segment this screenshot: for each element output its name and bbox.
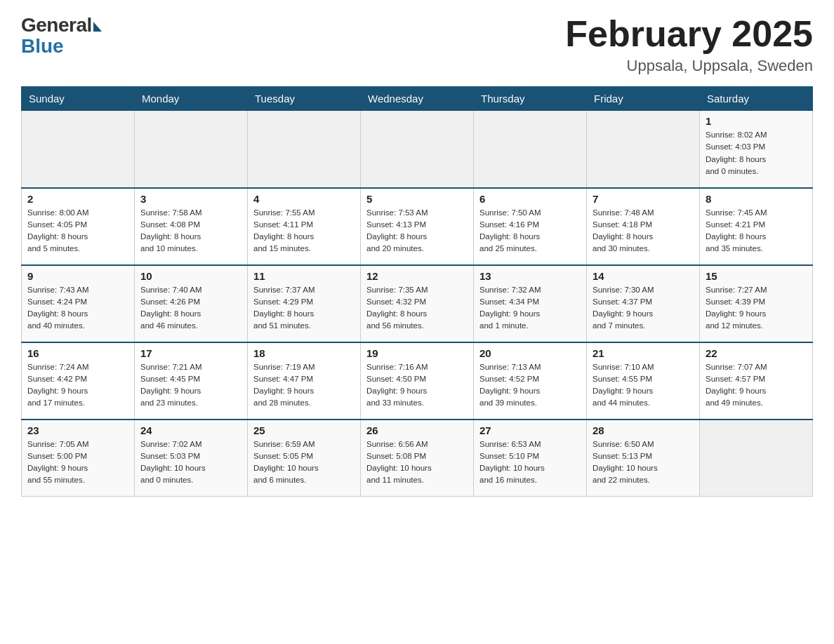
calendar-cell: 14Sunrise: 7:30 AMSunset: 4:37 PMDayligh… (587, 265, 700, 342)
day-info: Sunrise: 6:56 AMSunset: 5:08 PMDaylight:… (366, 438, 468, 487)
calendar-week-row: 16Sunrise: 7:24 AMSunset: 4:42 PMDayligh… (22, 342, 813, 420)
logo-arrow-icon (93, 22, 102, 32)
month-title: February 2025 (565, 14, 813, 54)
day-info: Sunrise: 7:19 AMSunset: 4:47 PMDaylight:… (253, 361, 355, 410)
day-info: Sunrise: 7:30 AMSunset: 4:37 PMDaylight:… (593, 284, 694, 333)
calendar-cell: 4Sunrise: 7:55 AMSunset: 4:11 PMDaylight… (248, 188, 361, 265)
weekday-header-wednesday: Wednesday (361, 87, 474, 111)
calendar-cell: 9Sunrise: 7:43 AMSunset: 4:24 PMDaylight… (22, 265, 135, 342)
weekday-header-monday: Monday (135, 87, 248, 111)
calendar-cell: 20Sunrise: 7:13 AMSunset: 4:52 PMDayligh… (474, 342, 587, 420)
logo-blue-text: Blue (21, 35, 64, 58)
day-number: 24 (140, 424, 241, 436)
calendar-cell: 27Sunrise: 6:53 AMSunset: 5:10 PMDayligh… (474, 420, 587, 497)
page-header: General Blue February 2025 Uppsala, Upps… (21, 14, 813, 75)
day-info: Sunrise: 7:40 AMSunset: 4:26 PMDaylight:… (140, 284, 241, 333)
calendar-cell: 2Sunrise: 8:00 AMSunset: 4:05 PMDaylight… (22, 188, 135, 265)
calendar-cell (248, 111, 361, 188)
day-info: Sunrise: 8:00 AMSunset: 4:05 PMDaylight:… (27, 207, 128, 255)
day-info: Sunrise: 7:32 AMSunset: 4:34 PMDaylight:… (479, 284, 581, 333)
day-info: Sunrise: 7:27 AMSunset: 4:39 PMDaylight:… (706, 284, 807, 333)
day-info: Sunrise: 7:50 AMSunset: 4:16 PMDaylight:… (479, 207, 581, 255)
calendar-header-row: SundayMondayTuesdayWednesdayThursdayFrid… (22, 87, 813, 111)
day-number: 27 (479, 424, 581, 436)
day-info: Sunrise: 7:58 AMSunset: 4:08 PMDaylight:… (140, 207, 241, 255)
location-text: Uppsala, Uppsala, Sweden (565, 57, 813, 75)
calendar-cell: 17Sunrise: 7:21 AMSunset: 4:45 PMDayligh… (135, 342, 248, 420)
calendar-cell (361, 111, 474, 188)
calendar-week-row: 2Sunrise: 8:00 AMSunset: 4:05 PMDaylight… (22, 188, 813, 265)
day-number: 18 (253, 347, 355, 359)
day-number: 20 (479, 347, 581, 359)
day-info: Sunrise: 7:37 AMSunset: 4:29 PMDaylight:… (253, 284, 355, 333)
calendar-cell (587, 111, 700, 188)
day-info: Sunrise: 8:02 AMSunset: 4:03 PMDaylight:… (706, 129, 807, 177)
day-info: Sunrise: 7:43 AMSunset: 4:24 PMDaylight:… (27, 284, 128, 333)
day-info: Sunrise: 7:53 AMSunset: 4:13 PMDaylight:… (366, 207, 468, 255)
day-number: 17 (140, 347, 241, 359)
calendar-cell: 23Sunrise: 7:05 AMSunset: 5:00 PMDayligh… (22, 420, 135, 497)
day-info: Sunrise: 7:48 AMSunset: 4:18 PMDaylight:… (593, 207, 694, 255)
calendar-cell: 6Sunrise: 7:50 AMSunset: 4:16 PMDaylight… (474, 188, 587, 265)
calendar-cell: 21Sunrise: 7:10 AMSunset: 4:55 PMDayligh… (587, 342, 700, 420)
day-number: 1 (706, 115, 807, 127)
day-number: 10 (140, 270, 241, 282)
day-info: Sunrise: 6:53 AMSunset: 5:10 PMDaylight:… (479, 438, 581, 487)
calendar-cell: 3Sunrise: 7:58 AMSunset: 4:08 PMDaylight… (135, 188, 248, 265)
calendar-cell: 10Sunrise: 7:40 AMSunset: 4:26 PMDayligh… (135, 265, 248, 342)
day-info: Sunrise: 7:16 AMSunset: 4:50 PMDaylight:… (366, 361, 468, 410)
day-info: Sunrise: 7:10 AMSunset: 4:55 PMDaylight:… (593, 361, 694, 410)
calendar-cell: 8Sunrise: 7:45 AMSunset: 4:21 PMDaylight… (700, 188, 813, 265)
calendar-cell: 5Sunrise: 7:53 AMSunset: 4:13 PMDaylight… (361, 188, 474, 265)
day-info: Sunrise: 6:50 AMSunset: 5:13 PMDaylight:… (593, 438, 694, 487)
day-info: Sunrise: 7:21 AMSunset: 4:45 PMDaylight:… (140, 361, 241, 410)
day-info: Sunrise: 7:35 AMSunset: 4:32 PMDaylight:… (366, 284, 468, 333)
calendar-week-row: 1Sunrise: 8:02 AMSunset: 4:03 PMDaylight… (22, 111, 813, 188)
logo: General Blue (21, 14, 102, 58)
calendar-week-row: 9Sunrise: 7:43 AMSunset: 4:24 PMDaylight… (22, 265, 813, 342)
calendar-cell: 22Sunrise: 7:07 AMSunset: 4:57 PMDayligh… (700, 342, 813, 420)
day-info: Sunrise: 7:45 AMSunset: 4:21 PMDaylight:… (706, 207, 807, 255)
weekday-header-friday: Friday (587, 87, 700, 111)
day-info: Sunrise: 7:24 AMSunset: 4:42 PMDaylight:… (27, 361, 128, 410)
calendar-table: SundayMondayTuesdayWednesdayThursdayFrid… (21, 86, 813, 497)
calendar-cell: 26Sunrise: 6:56 AMSunset: 5:08 PMDayligh… (361, 420, 474, 497)
calendar-cell: 19Sunrise: 7:16 AMSunset: 4:50 PMDayligh… (361, 342, 474, 420)
calendar-cell: 18Sunrise: 7:19 AMSunset: 4:47 PMDayligh… (248, 342, 361, 420)
logo-general-text: General (21, 14, 92, 36)
calendar-cell (474, 111, 587, 188)
calendar-cell (700, 420, 813, 497)
day-info: Sunrise: 6:59 AMSunset: 5:05 PMDaylight:… (253, 438, 355, 487)
day-info: Sunrise: 7:55 AMSunset: 4:11 PMDaylight:… (253, 207, 355, 255)
day-number: 22 (706, 347, 807, 359)
calendar-cell (22, 111, 135, 188)
weekday-header-thursday: Thursday (474, 87, 587, 111)
weekday-header-saturday: Saturday (700, 87, 813, 111)
day-number: 6 (479, 193, 581, 205)
title-block: February 2025 Uppsala, Uppsala, Sweden (565, 14, 813, 75)
day-number: 28 (593, 424, 694, 436)
calendar-cell: 12Sunrise: 7:35 AMSunset: 4:32 PMDayligh… (361, 265, 474, 342)
day-info: Sunrise: 7:07 AMSunset: 4:57 PMDaylight:… (706, 361, 807, 410)
calendar-cell: 1Sunrise: 8:02 AMSunset: 4:03 PMDaylight… (700, 111, 813, 188)
day-number: 7 (593, 193, 694, 205)
calendar-cell: 16Sunrise: 7:24 AMSunset: 4:42 PMDayligh… (22, 342, 135, 420)
calendar-cell: 25Sunrise: 6:59 AMSunset: 5:05 PMDayligh… (248, 420, 361, 497)
day-number: 13 (479, 270, 581, 282)
day-number: 21 (593, 347, 694, 359)
day-number: 25 (253, 424, 355, 436)
day-info: Sunrise: 7:05 AMSunset: 5:00 PMDaylight:… (27, 438, 128, 487)
weekday-header-tuesday: Tuesday (248, 87, 361, 111)
calendar-cell (135, 111, 248, 188)
day-number: 8 (706, 193, 807, 205)
calendar-cell: 7Sunrise: 7:48 AMSunset: 4:18 PMDaylight… (587, 188, 700, 265)
day-number: 19 (366, 347, 468, 359)
calendar-cell: 13Sunrise: 7:32 AMSunset: 4:34 PMDayligh… (474, 265, 587, 342)
calendar-cell: 28Sunrise: 6:50 AMSunset: 5:13 PMDayligh… (587, 420, 700, 497)
calendar-cell: 11Sunrise: 7:37 AMSunset: 4:29 PMDayligh… (248, 265, 361, 342)
day-number: 14 (593, 270, 694, 282)
day-number: 9 (27, 270, 128, 282)
weekday-header-sunday: Sunday (22, 87, 135, 111)
day-number: 23 (27, 424, 128, 436)
calendar-cell: 24Sunrise: 7:02 AMSunset: 5:03 PMDayligh… (135, 420, 248, 497)
